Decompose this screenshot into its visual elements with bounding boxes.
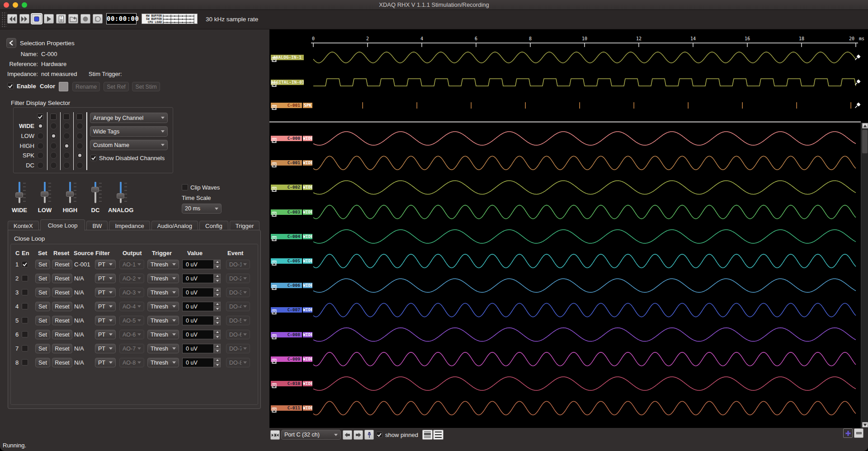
fast-forward-button[interactable] xyxy=(19,14,29,24)
spin-up-button[interactable] xyxy=(214,330,221,335)
clip-waves-checkbox[interactable] xyxy=(182,184,188,190)
reset-button[interactable]: Reset xyxy=(52,344,72,353)
set-button[interactable]: Set xyxy=(35,302,50,311)
spin-up-button[interactable] xyxy=(214,316,221,321)
value-spinbox[interactable]: 0 uV xyxy=(182,288,214,297)
spin-down-button[interactable] xyxy=(214,279,221,284)
filter-radio-wide-col0[interactable] xyxy=(37,123,44,129)
set-button[interactable]: Set xyxy=(35,344,50,353)
show-disabled-checkbox[interactable] xyxy=(90,155,97,161)
output-dropdown[interactable]: AO-8 xyxy=(119,358,144,367)
event-dropdown[interactable]: DO-2 xyxy=(226,274,250,283)
open-folder-button[interactable] xyxy=(68,14,78,24)
record-button[interactable] xyxy=(80,14,90,24)
stop-button[interactable] xyxy=(32,14,42,24)
filter-radio-low-col3[interactable] xyxy=(76,133,83,139)
event-dropdown[interactable]: DO-7 xyxy=(226,344,250,353)
filter-radio-high-col0[interactable] xyxy=(37,142,44,149)
output-dropdown[interactable]: AO-5 xyxy=(119,316,144,325)
page-left-button[interactable] xyxy=(343,430,352,440)
event-dropdown[interactable]: DO-3 xyxy=(226,288,250,297)
gain-slider-low[interactable]: LOW xyxy=(32,181,57,214)
filter-radio-wide-col3[interactable] xyxy=(76,123,83,129)
scroll-up-button[interactable] xyxy=(862,123,868,128)
reset-button[interactable]: Reset xyxy=(52,288,72,297)
filter-column-checkbox-3[interactable] xyxy=(76,114,83,120)
filter-dropdown[interactable]: PT xyxy=(95,302,116,311)
gain-slider-wide[interactable]: WIDE xyxy=(7,181,32,214)
spin-up-button[interactable] xyxy=(214,358,221,363)
filter-column-checkbox-1[interactable] xyxy=(50,114,57,120)
filter-radio-spk-col2[interactable] xyxy=(63,152,70,159)
filter-radio-wide-col2[interactable] xyxy=(63,123,70,129)
port-dropdown[interactable]: Port C (32 ch) xyxy=(281,430,341,440)
value-spinbox[interactable]: 0 uV xyxy=(182,344,214,353)
spin-down-button[interactable] xyxy=(214,335,221,340)
waveform-scrollbar[interactable] xyxy=(861,123,868,428)
filter-dropdown-2[interactable]: Custom Name xyxy=(90,140,168,150)
filter-dropdown[interactable]: PT xyxy=(95,358,116,367)
filter-radio-dc-col3[interactable] xyxy=(76,162,83,169)
event-dropdown[interactable]: DO-5 xyxy=(226,316,250,325)
filter-radio-low-col0[interactable] xyxy=(37,133,44,139)
spin-up-button[interactable] xyxy=(214,302,221,307)
rewind-button[interactable] xyxy=(7,14,17,24)
reset-button[interactable]: Reset xyxy=(52,260,72,269)
rename-button[interactable]: Rename xyxy=(72,82,100,91)
increase-spread-button[interactable] xyxy=(843,428,853,438)
spin-down-button[interactable] xyxy=(214,307,221,312)
row-enable-checkbox[interactable] xyxy=(22,317,28,323)
filter-dropdown[interactable]: PT xyxy=(95,274,116,283)
record-segment-button[interactable] xyxy=(93,14,103,24)
trigger-dropdown[interactable]: Thresh xyxy=(147,358,179,367)
reset-button[interactable]: Reset xyxy=(52,274,72,283)
scroll-thumb[interactable] xyxy=(862,130,868,153)
gain-slider-high[interactable]: HIGH xyxy=(57,181,83,214)
reset-button[interactable]: Reset xyxy=(52,302,72,311)
spin-down-button[interactable] xyxy=(214,321,221,326)
trigger-dropdown[interactable]: Thresh xyxy=(147,316,179,325)
set-button[interactable]: Set xyxy=(35,330,50,339)
slider-handle[interactable] xyxy=(41,191,48,197)
set-button[interactable]: Set xyxy=(35,316,50,325)
filter-dropdown-1[interactable]: Wide Tags xyxy=(90,126,168,137)
output-dropdown[interactable]: AO-3 xyxy=(119,288,144,297)
row-enable-checkbox[interactable] xyxy=(22,359,28,366)
filter-dropdown[interactable]: PT xyxy=(95,260,116,269)
slider-handle[interactable] xyxy=(91,187,99,192)
value-spinbox[interactable]: 0 uV xyxy=(182,274,214,283)
set-ref-button[interactable]: Set Ref xyxy=(104,82,129,91)
spin-down-button[interactable] xyxy=(214,293,221,298)
trigger-dropdown[interactable]: Thresh xyxy=(147,330,179,339)
pinned-separator[interactable] xyxy=(269,121,861,123)
row-enable-checkbox[interactable] xyxy=(22,289,28,295)
reset-button[interactable]: Reset xyxy=(52,330,72,339)
report-button[interactable]: ? xyxy=(56,14,66,24)
event-dropdown[interactable]: DO-8 xyxy=(226,358,250,367)
spin-up-button[interactable] xyxy=(214,260,221,265)
reset-button[interactable]: Reset xyxy=(52,316,72,325)
play-button[interactable] xyxy=(44,14,54,24)
row-enable-checkbox[interactable] xyxy=(22,261,28,267)
filter-radio-dc-col1[interactable] xyxy=(50,162,57,169)
trigger-dropdown[interactable]: Thresh xyxy=(147,302,179,311)
filter-radio-high-col2[interactable] xyxy=(63,142,70,149)
trigger-dropdown[interactable]: Thresh xyxy=(147,274,179,283)
output-dropdown[interactable]: AO-7 xyxy=(119,344,144,353)
filter-radio-spk-col3[interactable] xyxy=(76,152,83,159)
expand-rows-button[interactable] xyxy=(433,430,443,440)
filter-dropdown-0[interactable]: Arrange by Channel xyxy=(90,113,168,123)
spin-up-button[interactable] xyxy=(214,288,221,293)
slider-handle[interactable] xyxy=(15,192,23,198)
trigger-dropdown[interactable]: Thresh xyxy=(147,288,179,297)
filter-dropdown[interactable]: PT xyxy=(95,330,116,339)
filter-dropdown[interactable]: PT xyxy=(95,344,116,353)
spin-down-button[interactable] xyxy=(214,363,221,368)
spin-up-button[interactable] xyxy=(214,344,221,349)
page-right-button[interactable] xyxy=(354,430,363,440)
row-enable-checkbox[interactable] xyxy=(22,331,28,337)
set-stim-button[interactable]: Set Stim xyxy=(132,82,160,91)
filter-radio-high-col3[interactable] xyxy=(76,142,83,149)
filter-radio-low-col2[interactable] xyxy=(63,133,70,139)
filter-radio-dc-col2[interactable] xyxy=(63,162,70,169)
